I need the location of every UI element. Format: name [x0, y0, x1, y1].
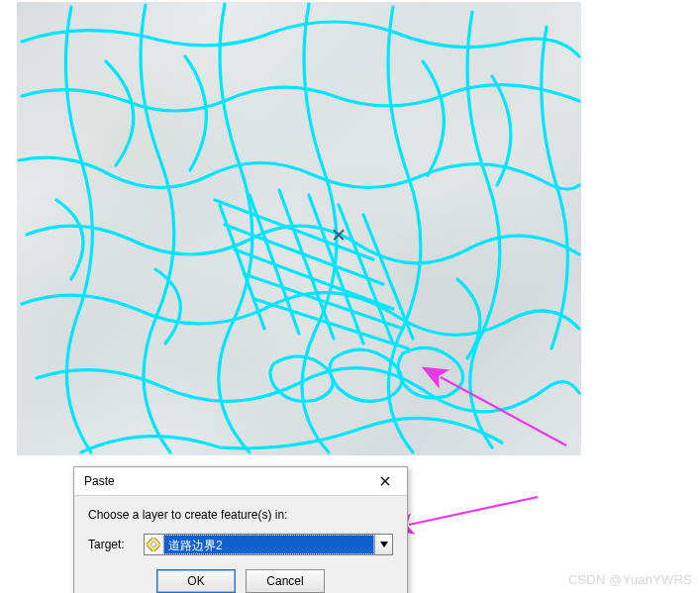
watermark: CSDN @YuanYWRS	[568, 572, 692, 587]
target-selected-value: 道路边界2	[163, 535, 374, 554]
close-button[interactable]	[365, 470, 405, 492]
target-label: Target:	[88, 538, 134, 551]
cancel-button[interactable]: Cancel	[246, 569, 325, 593]
paste-dialog: Paste Choose a layer to create feature(s…	[73, 466, 408, 593]
dialog-prompt: Choose a layer to create feature(s) in:	[88, 508, 393, 522]
ok-button[interactable]: OK	[156, 569, 236, 593]
dialog-titlebar[interactable]: Paste	[74, 467, 407, 496]
dialog-title: Paste	[84, 474, 115, 488]
ok-button-label: OK	[187, 574, 204, 588]
dialog-body: Choose a layer to create feature(s) in: …	[74, 496, 407, 593]
target-combobox[interactable]: 道路边界2	[144, 534, 393, 555]
combobox-arrow[interactable]	[374, 535, 392, 554]
layer-icon	[145, 535, 163, 554]
map-canvas[interactable]	[17, 2, 581, 455]
target-row: Target: 道路边界2	[88, 534, 393, 555]
cancel-button-label: Cancel	[266, 574, 303, 588]
road-network	[17, 2, 581, 455]
close-icon	[380, 476, 390, 486]
dialog-button-row: OK Cancel	[88, 569, 393, 593]
chevron-down-icon	[380, 542, 388, 547]
svg-line-1	[409, 497, 538, 525]
